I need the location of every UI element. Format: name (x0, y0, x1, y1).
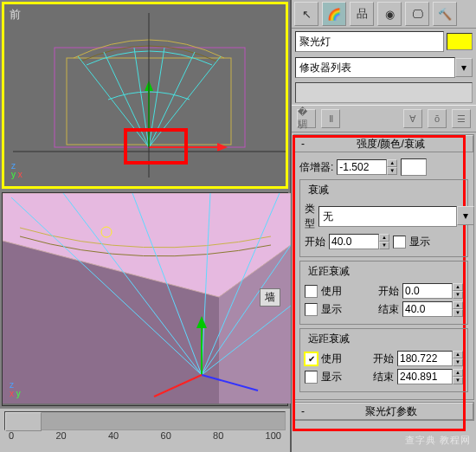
decay-start-spinner[interactable]: ▲▼ (329, 234, 389, 249)
multiplier-spinner[interactable]: ▲▼ (337, 159, 397, 175)
pin-stack-icon[interactable]: �騆 (297, 109, 316, 128)
timeline[interactable]: 0 20 40 60 80 100 (0, 408, 290, 452)
rollout-area: - 强度/颜色/衰减 倍增器: ▲▼ 衰减 (292, 134, 476, 421)
highlight-box-top (124, 128, 188, 165)
rollout-spotlight: - 聚光灯参数 (293, 402, 474, 421)
modifier-stack[interactable] (295, 82, 473, 103)
near-show-checkbox[interactable] (305, 303, 318, 316)
decay-start-label: 开始 (305, 235, 325, 249)
decay-show-checkbox[interactable] (393, 236, 406, 249)
chevron-down-icon[interactable]: ▾ (455, 58, 473, 77)
time-slider-thumb[interactable] (5, 412, 42, 431)
command-panel-tabs: ↖ 🌈 品 ◉ 🖵 🔨 (292, 0, 476, 29)
decay-type-select[interactable] (318, 206, 457, 227)
near-end-spinner[interactable]: ▲▼ (402, 301, 463, 317)
tab-utilities[interactable]: 🔨 (433, 2, 457, 26)
tab-modify[interactable]: 🌈 (322, 2, 346, 26)
modifier-list-value[interactable] (295, 57, 455, 78)
near-use-checkbox[interactable] (305, 285, 318, 298)
axis-gizmo: z y x (11, 162, 23, 179)
near-start-spinner[interactable]: ▲▼ (402, 283, 463, 299)
viewport-object-label: 墙 (260, 288, 280, 307)
decay-type-label: 类型 (305, 202, 315, 231)
far-use-checkbox[interactable]: ✔ (305, 352, 318, 365)
decay-group: 衰减 类型 ▾ 开始 ▲▼ (299, 179, 468, 257)
object-name-input[interactable] (295, 31, 444, 52)
modifier-stack-toolbar: �騆 Ⅱ ∀ ŏ ☰ (292, 105, 476, 132)
tab-motion[interactable]: ◉ (377, 2, 402, 26)
rollout-intensity-header[interactable]: - 强度/颜色/衰减 (294, 135, 473, 152)
far-end-spinner[interactable]: ▲▼ (397, 369, 463, 384)
watermark: 查字典 教程网 (405, 434, 471, 447)
modifier-list-dropdown[interactable]: ▾ (292, 55, 476, 81)
collapse-icon[interactable]: - (299, 138, 307, 150)
command-panel: ↖ 🌈 品 ◉ 🖵 🔨 ▾ �騆 Ⅱ ∀ ŏ ☰ (290, 0, 476, 452)
far-atten-group: 远距衰减 ✔ 使用 开始 ▲▼ 显示 结束 ▲▼ (299, 328, 468, 392)
remove-modifier-icon[interactable]: ŏ (428, 109, 447, 128)
time-ticks: 0 20 40 60 80 100 (0, 430, 290, 441)
rollout-spotlight-header[interactable]: - 聚光灯参数 (294, 403, 473, 420)
viewport-perspective[interactable]: 墙 z x y (2, 192, 288, 406)
time-slider-track[interactable] (4, 411, 286, 430)
make-unique-icon[interactable]: ∀ (403, 109, 422, 128)
multiplier-color-swatch[interactable] (401, 158, 427, 176)
spinner-up-icon[interactable]: ▲ (387, 159, 397, 167)
axis-gizmo-2: z x y (10, 381, 21, 398)
viewport-perspective-scene (3, 193, 291, 404)
configure-sets-icon[interactable]: ☰ (452, 109, 471, 128)
tab-create[interactable]: ↖ (294, 2, 318, 26)
rollout-intensity: - 强度/颜色/衰减 倍增器: ▲▼ 衰减 (293, 134, 474, 400)
tab-hierarchy[interactable]: 品 (350, 2, 374, 26)
tab-display[interactable]: 🖵 (405, 2, 429, 26)
chevron-down-icon[interactable]: ▾ (457, 206, 474, 225)
spinner-down-icon[interactable]: ▼ (387, 167, 397, 175)
object-color-swatch[interactable] (447, 33, 473, 50)
far-show-checkbox[interactable] (305, 371, 318, 384)
near-atten-group: 近距衰减 使用 开始 ▲▼ 显示 结束 ▲▼ (299, 261, 468, 325)
show-end-result-icon[interactable]: Ⅱ (321, 109, 340, 128)
viewport-front[interactable]: 前 (2, 2, 288, 189)
far-start-spinner[interactable]: ▲▼ (397, 351, 463, 366)
multiplier-label: 倍增器: (299, 160, 333, 175)
multiplier-input[interactable] (337, 159, 387, 175)
collapse-icon[interactable]: - (299, 405, 307, 417)
object-name-row (292, 29, 476, 55)
